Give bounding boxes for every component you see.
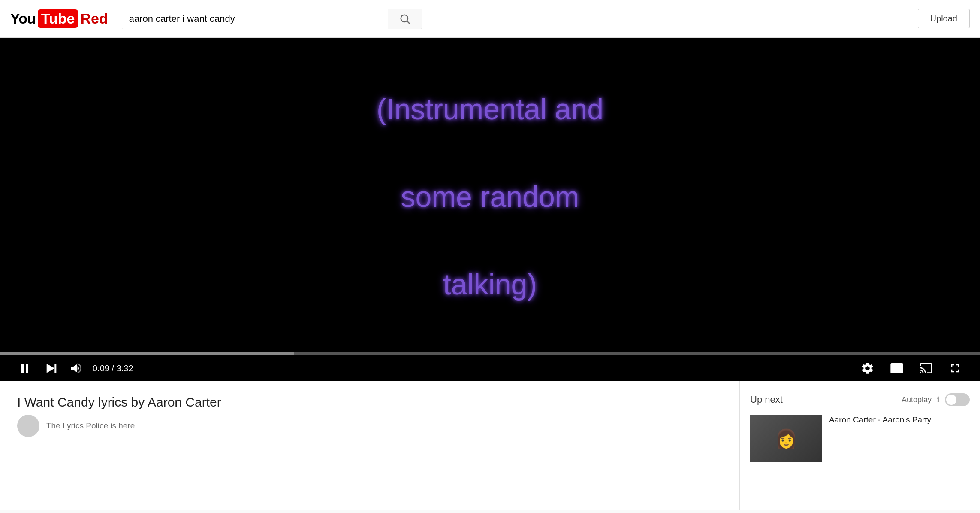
next-video-title: Aaron Carter - Aaron's Party [829, 415, 970, 425]
autoplay-info-icon: ℹ [937, 395, 940, 404]
channel-name: The Lyrics Police is here! [46, 421, 137, 431]
progress-buffer [0, 352, 294, 355]
cast-button[interactable] [913, 361, 939, 375]
svg-line-1 [407, 21, 409, 23]
pause-button[interactable] [12, 361, 38, 375]
channel-row: The Lyrics Police is here! [17, 415, 722, 437]
search-icon [399, 13, 411, 25]
video-title: I Want Candy lyrics by Aaron Carter [17, 395, 722, 410]
video-overlay-text: (Instrumental andsome randomtalking) [377, 87, 603, 306]
search-form [122, 9, 422, 29]
volume-button[interactable] [63, 361, 89, 375]
total-time: 3:32 [117, 364, 133, 373]
next-video-thumbnail: 👩 [750, 415, 822, 462]
video-controls: 0:09 / 3:32 [0, 355, 980, 381]
search-input[interactable] [122, 9, 388, 29]
logo-tube-text: Tube [38, 9, 78, 28]
skip-next-icon [44, 361, 57, 375]
pause-icon [18, 361, 32, 375]
thumb-emoji: 👩 [775, 428, 797, 449]
video-container: (Instrumental andsome randomtalking) [0, 38, 980, 381]
upload-button[interactable]: Upload [918, 9, 970, 28]
channel-avatar [17, 415, 39, 437]
autoplay-toggle-knob [946, 395, 956, 405]
autoplay-toggle[interactable] [945, 393, 970, 406]
autoplay-area: Autoplay ℹ [902, 393, 970, 406]
miniplayer-icon [890, 361, 904, 375]
next-video-info: Aaron Carter - Aaron's Party [829, 415, 970, 425]
svg-rect-2 [21, 364, 24, 373]
logo[interactable]: You Tube Red [10, 9, 108, 28]
settings-button[interactable] [855, 361, 880, 375]
logo-red-text: Red [80, 10, 108, 27]
svg-rect-5 [54, 364, 56, 373]
miniplayer-button[interactable] [884, 361, 910, 375]
fullscreen-icon [948, 361, 962, 375]
fullscreen-button[interactable] [942, 361, 968, 375]
svg-marker-4 [47, 364, 55, 373]
logo-you-text: You [10, 10, 36, 27]
autoplay-label: Autoplay [902, 395, 932, 404]
svg-rect-8 [897, 368, 902, 372]
cast-icon [919, 361, 933, 375]
svg-rect-3 [26, 364, 28, 373]
progress-bar[interactable] [0, 352, 980, 355]
next-video-item[interactable]: 👩 Aaron Carter - Aaron's Party [750, 415, 970, 462]
below-video: I Want Candy lyrics by Aaron Carter The … [0, 381, 980, 510]
main-info: I Want Candy lyrics by Aaron Carter The … [0, 381, 740, 510]
settings-icon [861, 361, 874, 375]
time-sep: / [112, 364, 117, 373]
header: You Tube Red Upload [0, 0, 980, 38]
volume-icon [69, 361, 83, 375]
current-time: 0:09 [93, 364, 109, 373]
skip-next-button[interactable] [38, 361, 63, 375]
next-video-thumb-image: 👩 [750, 415, 822, 462]
up-next-header: Up next Autoplay ℹ [750, 393, 970, 406]
header-right: Upload [918, 9, 970, 28]
right-controls [855, 361, 968, 375]
video-display[interactable]: (Instrumental andsome randomtalking) [0, 38, 980, 355]
svg-marker-6 [71, 364, 77, 373]
up-next-label: Up next [750, 394, 783, 405]
search-button[interactable] [388, 9, 422, 29]
sidebar: Up next Autoplay ℹ 👩 Aaron Carter - Aaro… [740, 381, 980, 510]
time-display: 0:09 / 3:32 [93, 364, 133, 373]
